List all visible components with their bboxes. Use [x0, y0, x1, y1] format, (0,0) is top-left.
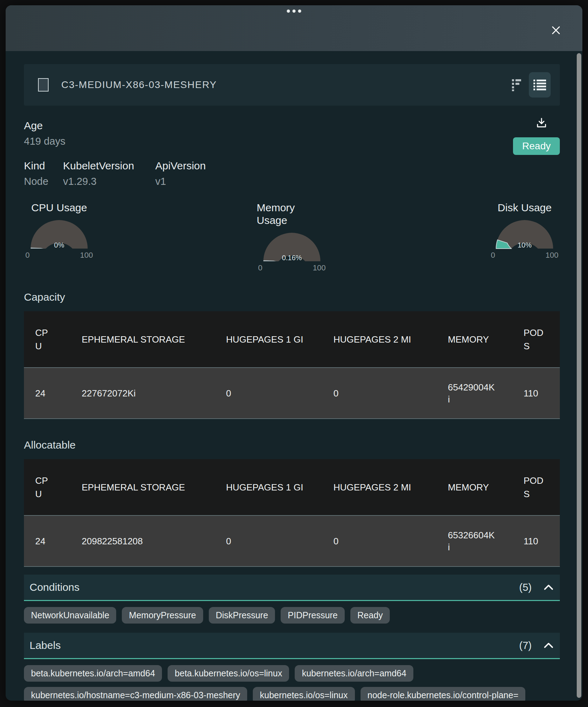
label-chip: kubernetes.io/os=linux	[253, 687, 355, 701]
labels-section-header[interactable]: Labels (7)	[24, 633, 560, 659]
capacity-header-row: CPU EPHEMERAL STORAGE HUGEPAGES 1 GI HUG…	[24, 311, 560, 368]
allocatable-title: Allocatable	[24, 439, 560, 451]
allocatable-memory-value: 65326604Ki	[437, 515, 512, 567]
meta-api-value: v1	[155, 175, 206, 187]
allocatable-col-memory: MEMORY	[437, 459, 512, 515]
conditions-title: Conditions	[30, 581, 80, 593]
allocatable-table: CPU EPHEMERAL STORAGE HUGEPAGES 1 GI HUG…	[24, 459, 560, 567]
cpu-gauge-title: CPU Usage	[31, 201, 87, 214]
chevron-up-icon	[544, 642, 553, 649]
close-button[interactable]	[550, 24, 562, 36]
allocatable-col-ephemeral-storage: EPHEMERAL STORAGE	[70, 459, 215, 515]
capacity-col-memory: MEMORY	[437, 311, 512, 368]
label-chip: node-role.kubernetes.io/control-plane=	[361, 687, 526, 701]
disk-gauge-value: 10%	[493, 241, 556, 249]
disk-gauge-arc: 10%	[493, 217, 556, 249]
drag-handle-dots-icon[interactable]	[287, 10, 301, 13]
cpu-usage-gauge: CPU Usage 0% 0 100	[24, 201, 94, 273]
cpu-gauge-scale: 0 100	[25, 251, 94, 260]
label-chip: beta.kubernetes.io/arch=amd64	[24, 665, 162, 682]
condition-chip: Ready	[350, 607, 390, 624]
age-value: 419 days	[24, 135, 560, 147]
conditions-chips: NetworkUnavailable MemoryPressure DiskPr…	[24, 607, 560, 624]
labels-title: Labels	[30, 639, 61, 651]
labels-chips: beta.kubernetes.io/arch=amd64 beta.kuber…	[24, 665, 560, 701]
list-view-button[interactable]	[529, 72, 551, 98]
chevron-up-icon	[544, 584, 553, 590]
node-card: C3-MEDIUM-X86-03-MESHERY	[24, 64, 560, 106]
allocatable-col-hugepages-2mi: HUGEPAGES 2 MI	[322, 459, 437, 515]
memory-gauge-min: 0	[258, 263, 262, 273]
meta-row: Kind Node KubeletVersion v1.29.3 ApiVers…	[24, 160, 560, 187]
allocatable-col-cpu: CPU	[24, 459, 70, 515]
meta-api-label: ApiVersion	[155, 160, 206, 172]
capacity-col-hugepages-2mi: HUGEPAGES 2 MI	[322, 311, 437, 368]
download-button[interactable]	[535, 117, 548, 130]
memory-gauge-title: Memory Usage	[257, 201, 327, 227]
close-icon	[551, 25, 561, 36]
node-title: C3-MEDIUM-X86-03-MESHERY	[61, 79, 217, 90]
meta-kind: Kind Node	[24, 160, 63, 187]
screen: C3-MEDIUM-X86-03-MESHERY	[0, 0, 588, 707]
download-icon	[536, 117, 548, 129]
capacity-col-hugepages-1gi: HUGEPAGES 1 GI	[215, 311, 322, 368]
allocatable-cpu-value: 24	[24, 515, 70, 567]
capacity-table: CPU EPHEMERAL STORAGE HUGEPAGES 1 GI HUG…	[24, 311, 560, 419]
labels-count: (7)	[519, 640, 532, 651]
meta-kind-value: Node	[24, 175, 63, 187]
meta-api-version: ApiVersion v1	[155, 160, 206, 187]
status-badge: Ready	[513, 137, 560, 155]
detail-view-icon	[511, 78, 523, 92]
age-section: Age 419 days Ready	[24, 120, 560, 147]
conditions-count: (5)	[519, 582, 532, 593]
modal-header	[6, 5, 582, 51]
list-view-icon	[533, 79, 546, 91]
meta-kubelet-label: KubeletVersion	[63, 160, 155, 172]
label-chip: kubernetes.io/arch=amd64	[295, 665, 413, 682]
disk-gauge-title: Disk Usage	[498, 201, 551, 214]
capacity-ephemeral-storage-value: 227672072Ki	[70, 368, 215, 419]
meta-kind-label: Kind	[24, 160, 63, 172]
memory-gauge-value: 0.16%	[260, 254, 324, 262]
capacity-memory-value: 65429004Ki	[437, 368, 512, 419]
node-checkbox[interactable]	[38, 78, 49, 92]
allocatable-data-row: 24 209822581208 0 0 65326604Ki 110	[24, 515, 560, 567]
cpu-gauge-value: 0%	[27, 241, 91, 249]
meta-kubelet-version: KubeletVersion v1.29.3	[63, 160, 155, 187]
condition-chip: PIDPressure	[281, 607, 345, 624]
allocatable-header-row: CPU EPHEMERAL STORAGE HUGEPAGES 1 GI HUG…	[24, 459, 560, 515]
cpu-gauge-max: 100	[80, 251, 93, 260]
capacity-hugepages-1gi-value: 0	[215, 368, 322, 419]
allocatable-col-pods: PODS	[512, 459, 560, 515]
disk-gauge-min: 0	[491, 251, 495, 260]
capacity-pods-value: 110	[512, 368, 560, 419]
detail-view-button[interactable]	[510, 77, 525, 93]
condition-chip: DiskPressure	[209, 607, 275, 624]
memory-usage-gauge: Memory Usage 0.16% 0 100	[257, 201, 327, 273]
modal-body: C3-MEDIUM-X86-03-MESHERY	[6, 51, 582, 701]
disk-gauge-scale: 0 100	[490, 251, 559, 260]
allocatable-hugepages-2mi-value: 0	[322, 515, 437, 567]
capacity-col-cpu: CPU	[24, 311, 70, 368]
condition-chip: NetworkUnavailable	[24, 607, 116, 624]
age-label: Age	[24, 120, 560, 132]
meta-kubelet-value: v1.29.3	[63, 175, 155, 187]
condition-chip: MemoryPressure	[122, 607, 203, 624]
label-chip: kubernetes.io/hostname=c3-medium-x86-03-…	[24, 687, 247, 701]
allocatable-col-hugepages-1gi: HUGEPAGES 1 GI	[215, 459, 322, 515]
capacity-data-row: 24 227672072Ki 0 0 65429004Ki 110	[24, 368, 560, 419]
conditions-section-header[interactable]: Conditions (5)	[24, 575, 560, 601]
capacity-cpu-value: 24	[24, 368, 70, 419]
memory-gauge-arc: 0.16%	[260, 230, 324, 262]
node-details-modal: C3-MEDIUM-X86-03-MESHERY	[6, 5, 582, 701]
scrollbar-thumb[interactable]	[577, 53, 581, 698]
allocatable-ephemeral-storage-value: 209822581208	[70, 515, 215, 567]
usage-gauges: CPU Usage 0% 0 100 Memory Usage	[24, 201, 560, 273]
allocatable-pods-value: 110	[512, 515, 560, 567]
label-chip: beta.kubernetes.io/os=linux	[168, 665, 289, 682]
capacity-col-ephemeral-storage: EPHEMERAL STORAGE	[70, 311, 215, 368]
disk-gauge-max: 100	[545, 251, 558, 260]
cpu-gauge-min: 0	[25, 251, 30, 260]
cpu-gauge-arc: 0%	[27, 217, 91, 249]
allocatable-hugepages-1gi-value: 0	[215, 515, 322, 567]
